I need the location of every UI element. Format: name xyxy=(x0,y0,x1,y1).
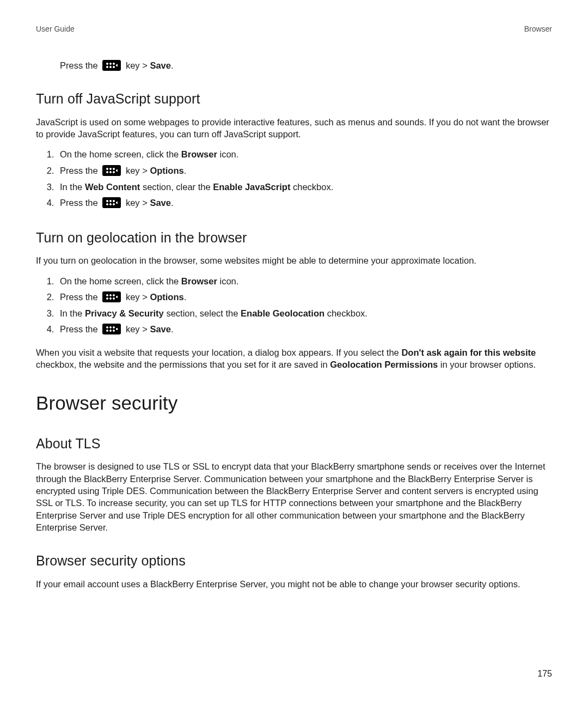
save-label: Save xyxy=(150,198,171,208)
menu-key-icon xyxy=(102,165,121,176)
body-security-options: If your email account uses a BlackBerry … xyxy=(36,578,552,590)
options-label: Options xyxy=(150,166,183,175)
intro-geolocation: If you turn on geolocation in the browse… xyxy=(36,254,552,266)
text-fragment: checkbox. xyxy=(324,308,367,318)
browser-label: Browser xyxy=(181,149,217,159)
text-fragment: key > xyxy=(126,166,150,175)
text-fragment: Press the xyxy=(60,324,98,334)
text-fragment: section, clear the xyxy=(140,182,213,192)
text-fragment: key > xyxy=(126,324,150,334)
heading-turn-off-js: Turn off JavaScript support xyxy=(36,90,552,108)
text-fragment: When you visit a website that requests y… xyxy=(36,348,401,357)
header-left: User Guide xyxy=(36,24,75,34)
text-fragment: In the xyxy=(60,182,85,192)
browser-label: Browser xyxy=(181,276,217,286)
intro-turn-off-js: JavaScript is used on some webpages to p… xyxy=(36,116,552,141)
enable-javascript-label: Enable JavaScript xyxy=(213,182,290,192)
list-item: Press the key > Options. xyxy=(57,164,552,178)
dont-ask-again-label: Don't ask again for this website xyxy=(401,348,536,357)
menu-key-icon xyxy=(102,60,121,71)
save-label: Save xyxy=(150,60,171,70)
running-header: User Guide Browser xyxy=(36,24,552,34)
body-about-tls: The browser is designed to use TLS or SS… xyxy=(36,460,552,533)
steps-geolocation: On the home screen, click the Browser ic… xyxy=(36,275,552,337)
text-fragment: key > xyxy=(126,292,150,302)
text-fragment: key > xyxy=(126,198,150,208)
text-fragment: icon. xyxy=(217,276,238,286)
text-fragment: . xyxy=(171,324,174,334)
text-fragment: checkbox, the website and the permission… xyxy=(36,360,330,369)
privacy-security-label: Privacy & Security xyxy=(85,308,164,318)
menu-key-icon xyxy=(102,197,121,208)
heading-security-options: Browser security options xyxy=(36,552,552,570)
text-fragment: section, select the xyxy=(164,308,241,318)
text-fragment: icon. xyxy=(217,149,238,159)
text-fragment: . xyxy=(184,166,187,175)
list-item: On the home screen, click the Browser ic… xyxy=(57,275,552,289)
text-fragment: . xyxy=(171,60,174,70)
text-fragment: On the home screen, click the xyxy=(60,149,181,159)
text-fragment: Press the xyxy=(60,166,98,175)
prev-page-step: Press the key > Save. xyxy=(60,59,552,71)
list-item: Press the key > Save. xyxy=(57,322,552,337)
text-fragment: . xyxy=(184,292,187,302)
heading-about-tls: About TLS xyxy=(36,435,552,453)
list-item: Press the key > Options. xyxy=(57,290,552,305)
list-item: In the Web Content section, clear the En… xyxy=(57,180,552,194)
text-fragment: . xyxy=(171,198,174,208)
list-item: On the home screen, click the Browser ic… xyxy=(57,148,552,162)
menu-key-icon xyxy=(102,324,121,334)
list-item: In the Privacy & Security section, selec… xyxy=(57,307,552,321)
text-fragment: in your browser options. xyxy=(438,360,536,369)
text-fragment: In the xyxy=(60,308,85,318)
menu-key-icon xyxy=(102,291,121,302)
geolocation-permissions-label: Geolocation Permissions xyxy=(330,360,438,369)
options-label: Options xyxy=(150,292,183,302)
list-item: Press the key > Save. xyxy=(57,196,552,210)
heading-browser-security: Browser security xyxy=(36,390,552,416)
text-fragment: key > xyxy=(126,60,150,70)
text-fragment: Press the xyxy=(60,60,98,70)
page-number: 175 xyxy=(537,668,552,680)
text-fragment: Press the xyxy=(60,292,98,302)
steps-turn-off-js: On the home screen, click the Browser ic… xyxy=(36,148,552,210)
save-label: Save xyxy=(150,324,171,334)
heading-geolocation: Turn on geolocation in the browser xyxy=(36,229,552,247)
text-fragment: checkbox. xyxy=(290,182,333,192)
text-fragment: On the home screen, click the xyxy=(60,276,181,286)
note-geolocation: When you visit a website that requests y… xyxy=(36,346,552,371)
text-fragment: Press the xyxy=(60,198,98,208)
header-right: Browser xyxy=(524,24,552,34)
enable-geolocation-label: Enable Geolocation xyxy=(241,308,324,318)
web-content-label: Web Content xyxy=(85,182,140,192)
